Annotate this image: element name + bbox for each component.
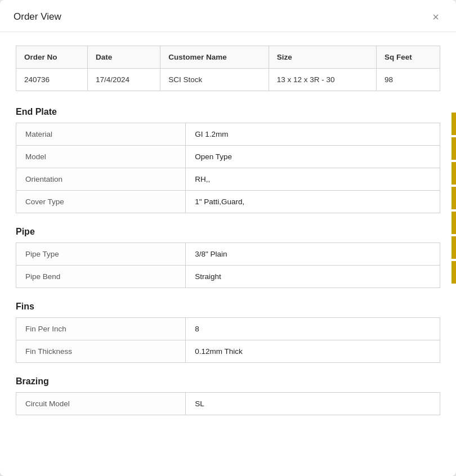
row-label: Circuit Model: [16, 393, 186, 415]
table-row: Fin Per Inch8: [16, 318, 440, 340]
row-label: Fin Thickness: [16, 340, 186, 363]
row-value: 0.12mm Thick: [186, 340, 440, 363]
table-row: Pipe BendStraight: [16, 266, 440, 288]
row-label: Pipe Type: [16, 243, 186, 266]
row-value: 1" Patti,Guard,: [186, 191, 440, 213]
row-value: Straight: [186, 266, 440, 288]
table-row: Fin Thickness0.12mm Thick: [16, 340, 440, 363]
pipe-heading: Pipe: [16, 227, 440, 237]
row-label: Pipe Bend: [16, 266, 186, 288]
col-header-size: Size: [269, 46, 376, 69]
table-row: OrientationRH,,: [16, 168, 440, 191]
sq-feet-cell: 98: [377, 69, 440, 91]
modal-title: Order View: [14, 11, 61, 23]
row-value: 8: [186, 318, 440, 340]
customer-name-cell: SCI Stock: [160, 69, 269, 91]
close-button[interactable]: ×: [429, 10, 442, 24]
side-indicator-1: [451, 113, 456, 135]
side-indicator-6: [451, 236, 456, 259]
row-label: Orientation: [16, 168, 186, 191]
table-row: Circuit ModelSL: [16, 393, 440, 415]
fins-table: Fin Per Inch8Fin Thickness0.12mm Thick: [16, 317, 440, 363]
size-cell: 13 x 12 x 3R - 30: [269, 69, 376, 91]
side-indicators: [451, 113, 456, 284]
col-header-customer-name: Customer Name: [160, 46, 269, 69]
modal-body: Order No Date Customer Name Size Sq Feet…: [0, 32, 456, 442]
col-header-order-no: Order No: [16, 46, 88, 69]
side-indicator-5: [451, 212, 456, 234]
table-row: ModelOpen Type: [16, 146, 440, 168]
row-label: Material: [16, 123, 186, 146]
row-value: SL: [186, 393, 440, 415]
brazing-heading: Brazing: [16, 376, 440, 387]
brazing-table: Circuit ModelSL: [16, 392, 440, 415]
side-indicator-7: [451, 261, 456, 284]
end-plate-heading: End Plate: [16, 107, 440, 117]
table-row: MaterialGI 1.2mm: [16, 123, 440, 146]
row-label: Fin Per Inch: [16, 318, 186, 340]
side-indicator-2: [451, 137, 456, 160]
row-value: Open Type: [186, 146, 440, 168]
side-indicator-3: [451, 162, 456, 185]
fins-heading: Fins: [16, 302, 440, 312]
row-value: RH,,: [186, 168, 440, 191]
table-row: Pipe Type3/8" Plain: [16, 243, 440, 266]
order-summary-table: Order No Date Customer Name Size Sq Feet…: [16, 46, 440, 91]
date-cell: 17/4/2024: [88, 69, 160, 91]
row-label: Cover Type: [16, 191, 186, 213]
modal-container: Order View × Order No Date Customer Name…: [0, 0, 456, 476]
col-header-date: Date: [88, 46, 160, 69]
order-no-cell: 240736: [16, 69, 88, 91]
end-plate-table: MaterialGI 1.2mmModelOpen TypeOrientatio…: [16, 123, 440, 213]
row-value: GI 1.2mm: [186, 123, 440, 146]
side-indicator-4: [451, 187, 456, 209]
row-value: 3/8" Plain: [186, 243, 440, 266]
table-row: Cover Type1" Patti,Guard,: [16, 191, 440, 213]
row-label: Model: [16, 146, 186, 168]
order-row: 240736 17/4/2024 SCI Stock 13 x 12 x 3R …: [16, 69, 440, 91]
col-header-sq-feet: Sq Feet: [377, 46, 440, 69]
pipe-table: Pipe Type3/8" PlainPipe BendStraight: [16, 243, 440, 288]
modal-header: Order View ×: [0, 0, 456, 32]
